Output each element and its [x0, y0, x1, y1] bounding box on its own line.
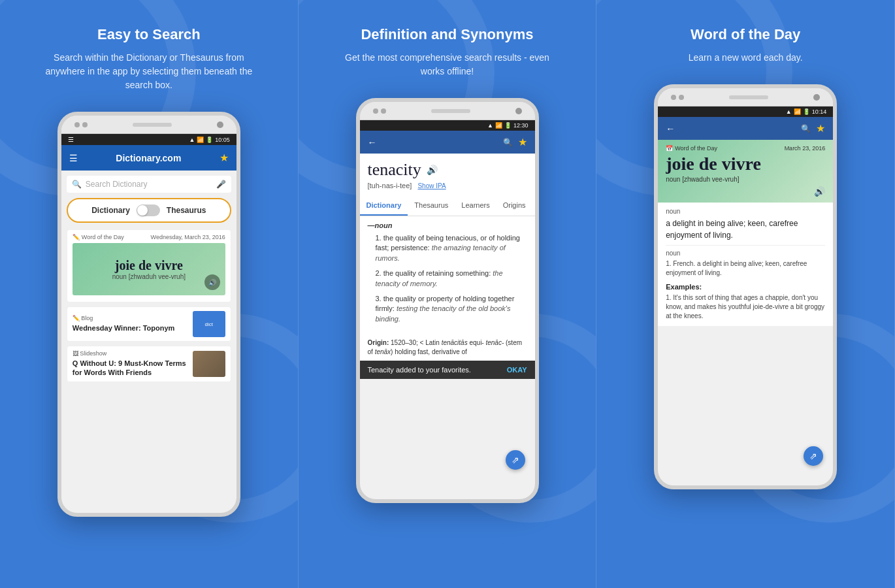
panel-3-subtitle: Learn a new word each day. — [689, 51, 803, 65]
hamburger-icon[interactable]: ☰ — [69, 153, 78, 163]
panel-word-of-day: Word of the Day Learn a new word each da… — [596, 0, 895, 588]
pos-3: noun — [666, 208, 825, 215]
blog-left-1: ✏️ Blog Wednesday Winner: Toponym — [73, 315, 187, 333]
search-icon-3[interactable]: 🔍 — [801, 124, 811, 133]
blog-card-1[interactable]: ✏️ Blog Wednesday Winner: Toponym dict — [67, 306, 231, 342]
phone-speaker-1 — [133, 123, 172, 127]
tab-learners[interactable]: Learners — [455, 196, 496, 216]
toggle-switch-1[interactable] — [137, 204, 160, 216]
share-fab-2[interactable]: ⇗ — [506, 450, 525, 470]
phone-top-bar-1 — [61, 116, 236, 134]
sub-def-3: French. a delight in being alive; keen, … — [666, 260, 807, 276]
star-icon-3[interactable]: ★ — [816, 122, 825, 135]
word-large-2: tenacity 🔊 — [368, 160, 527, 180]
search-icon-2[interactable]: 🔍 — [503, 138, 513, 147]
wifi-icon-2: ▲ — [487, 122, 493, 129]
star-icon-1[interactable]: ★ — [220, 152, 229, 164]
speaker-icon-1[interactable]: 🔊 — [204, 274, 220, 290]
back-icon-2[interactable]: ← — [368, 137, 377, 148]
example-text-3: 1. It's this sort of thing that ages a c… — [666, 293, 825, 321]
sound-icon-2[interactable]: 🔊 — [427, 165, 438, 176]
wotd-pronun-3: noun [zhwaduh vee-vruh] — [666, 176, 825, 183]
back-icon-3[interactable]: ← — [666, 123, 675, 134]
panel-3-title: Word of the Day — [691, 26, 800, 43]
wotd-word-3: joie de vivre — [666, 154, 825, 174]
phone-3: ▲ 📶 🔋 10:14 ← 🔍 ★ 📅 Word of the Day — [654, 84, 837, 489]
phone-speaker-3 — [729, 95, 768, 99]
word-phonetic-2: [tuh-nas-i-tee] Show IPA — [368, 182, 527, 189]
phone-camera-3 — [813, 94, 820, 101]
status-bar-1: ☰ ▲ 📶 🔋 10:05 — [61, 134, 236, 145]
search-bar-1[interactable]: 🔍 Search Dictionary 🎤 — [67, 176, 231, 193]
toast-text-2: Tenacity added to your favorites. — [368, 366, 471, 374]
toggle-row-1[interactable]: Dictionary Thesaurus — [67, 198, 231, 223]
signal-icon-2: 📶 — [495, 122, 502, 129]
wifi-icon: ▲ — [189, 137, 195, 143]
phone-2: ▲ 📶 🔋 12:30 ← 🔍 ★ tenacity 🔊 [tuh-nas — [356, 98, 539, 503]
time-1: 10:05 — [215, 137, 230, 143]
phone-dots-3 — [671, 95, 684, 100]
origin-label: Origin: — [368, 339, 389, 346]
panel-easy-to-search: Easy to Search Search within the Diction… — [0, 0, 299, 588]
pencil-icon: ✏️ — [73, 234, 80, 240]
show-ipa-link[interactable]: Show IPA — [417, 182, 446, 189]
phone-2-content: ▲ 📶 🔋 12:30 ← 🔍 ★ tenacity 🔊 [tuh-nas — [360, 120, 535, 499]
phone-top-bar-2 — [360, 102, 535, 120]
phone-1-content: ☰ ▲ 📶 🔋 10:05 ☰ Dictionary.com ★ 🔍 Searc… — [61, 134, 236, 513]
blog-title-1: Wednesday Winner: Toponym — [73, 323, 187, 333]
panel-1-title: Easy to Search — [97, 26, 201, 43]
toast-action-2[interactable]: OKAY — [507, 366, 527, 374]
wotd-label-1: ✏️ Word of the Day — [73, 234, 124, 240]
slideshow-label: 🖼 Slideshow — [73, 350, 187, 357]
sound-icon-3[interactable]: 🔊 — [814, 186, 825, 197]
toggle-right-label: Thesaurus — [167, 206, 206, 215]
phone-top-bar-3 — [658, 88, 833, 106]
tab-origins[interactable]: Origins — [496, 196, 532, 216]
wotd-tag-3: 📅 Word of the Day — [666, 145, 717, 152]
def-text-3: a delight in being alive; keen, carefree… — [666, 218, 825, 241]
phone-3-content: ▲ 📶 🔋 10:14 ← 🔍 ★ 📅 Word of the Day — [658, 106, 833, 485]
tabs-row-2: Dictionary Thesaurus Learners Origins U — [360, 196, 535, 216]
panel-2-subtitle: Get the most comprehensive search result… — [343, 51, 552, 78]
pos-label-2: —noun — [368, 221, 527, 229]
star-icon-2[interactable]: ★ — [518, 136, 527, 148]
tab-u[interactable]: U — [532, 196, 535, 216]
sub-pos-3: noun — [666, 250, 825, 257]
examples-header-3: Examples: — [666, 283, 825, 291]
wotd-card-1[interactable]: ✏️ Word of the Day Wednesday, March 23, … — [67, 229, 231, 302]
wotd-pronun-1: noun [zhwaduh vee-vruh] — [112, 273, 186, 280]
word-display-2: tenacity 🔊 [tuh-nas-i-tee] Show IPA — [360, 154, 535, 196]
phone-dots-1 — [74, 122, 88, 127]
wotd-date-3: March 23, 2016 — [785, 145, 826, 152]
phone-dots-2 — [373, 108, 386, 114]
blog-thumb-1: dict — [193, 311, 225, 337]
slideshow-card-1[interactable]: 🖼 Slideshow Q Without U: 9 Must-Know Ter… — [67, 346, 231, 382]
toggle-left-label: Dictionary — [91, 206, 130, 215]
phone-dot — [373, 108, 378, 114]
signal-icon: 📶 — [197, 137, 204, 143]
phone-camera-2 — [515, 108, 522, 114]
phone-dot — [679, 95, 684, 100]
toast-bar-2: Tenacity added to your favorites. OKAY — [360, 361, 535, 379]
tab-thesaurus[interactable]: Thesaurus — [408, 196, 455, 216]
battery-icon: 🔋 — [206, 137, 213, 143]
slideshow-thumb — [193, 351, 225, 377]
wotd-image-1: joie de vivre noun [zhwaduh vee-vruh] 🔊 — [73, 243, 225, 295]
battery-icon-3: 🔋 — [803, 108, 810, 115]
search-icon-1: 🔍 — [72, 180, 82, 189]
time-3: 10:14 — [812, 108, 827, 115]
definitions-area: —noun 1. the quality of being tenacious,… — [360, 216, 535, 335]
tab-dictionary[interactable]: Dictionary — [360, 196, 408, 216]
phone-camera-1 — [217, 122, 223, 128]
wotd-date-1: Wednesday, March 23, 2016 — [151, 234, 225, 240]
share-fab-3[interactable]: ⇗ — [804, 446, 823, 466]
def-item-3: 3. the quality or property of holding to… — [368, 294, 527, 324]
status-icons-1: ▲ 📶 🔋 10:05 — [189, 137, 229, 143]
status-bar-2: ▲ 📶 🔋 12:30 — [360, 120, 535, 131]
wotd-header-1: ✏️ Word of the Day Wednesday, March 23, … — [73, 234, 225, 240]
battery-icon-2: 🔋 — [504, 122, 512, 129]
search-placeholder-1: Search Dictionary — [86, 180, 212, 189]
phone-speaker-2 — [431, 109, 470, 113]
mic-icon-1[interactable]: 🎤 — [216, 180, 226, 189]
signal-icon-3: 📶 — [794, 108, 801, 115]
